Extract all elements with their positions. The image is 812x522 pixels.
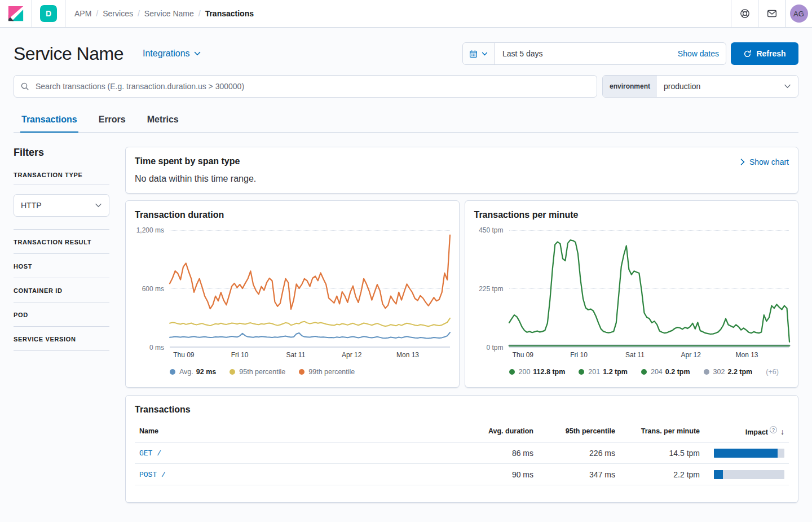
kibana-logo[interactable] bbox=[0, 0, 32, 27]
facet-label: SERVICE VERSION bbox=[14, 336, 76, 343]
page-title: Service Name bbox=[14, 43, 123, 64]
tab-errors[interactable]: Errors bbox=[98, 109, 127, 133]
refresh-icon bbox=[743, 50, 752, 58]
legend-value: 0.2 tpm bbox=[665, 368, 690, 376]
column-header-impact[interactable]: Impact?↓ bbox=[704, 420, 789, 442]
filters-title: Filters bbox=[14, 147, 109, 159]
legend-label: 302 bbox=[713, 368, 725, 376]
legend-label: 95th percentile bbox=[239, 368, 285, 376]
series-Avg. bbox=[170, 332, 450, 339]
refresh-button[interactable]: Refresh bbox=[731, 42, 798, 65]
transactions-table-panel: Transactions Name Avg. duration 95th per… bbox=[125, 395, 798, 503]
chart-legend: 200112.8 tpm2011.2 tpm2040.2 tpm3022.2 t… bbox=[509, 368, 789, 376]
legend-item-302[interactable]: 3022.2 tpm bbox=[704, 368, 753, 376]
span-panel-message: No data within this time range. bbox=[135, 174, 256, 184]
help-button[interactable] bbox=[731, 0, 758, 27]
date-picker: Last 5 days Show dates bbox=[462, 42, 726, 65]
breadcrumb-service-name[interactable]: Service Name bbox=[144, 9, 194, 18]
series-99th percentile bbox=[170, 235, 450, 309]
column-header-avg-duration[interactable]: Avg. duration bbox=[465, 420, 538, 442]
impact-bar bbox=[714, 449, 784, 458]
impact-label: Impact bbox=[745, 428, 768, 436]
tab-metrics[interactable]: Metrics bbox=[146, 109, 180, 133]
integrations-label: Integrations bbox=[143, 49, 190, 59]
user-menu[interactable]: AG bbox=[785, 0, 812, 27]
breadcrumb-separator: / bbox=[198, 9, 201, 18]
cell-avg-duration: 90 ms bbox=[465, 464, 538, 485]
span-panel-title: Time spent by span type bbox=[135, 156, 256, 166]
space-badge[interactable]: D bbox=[40, 5, 57, 22]
chart-title: Transaction duration bbox=[135, 210, 450, 220]
legend-dot bbox=[641, 369, 647, 375]
show-chart-button[interactable]: Show chart bbox=[740, 157, 789, 166]
x-tick: Fri 10 bbox=[570, 351, 588, 359]
legend-item-200[interactable]: 200112.8 tpm bbox=[509, 368, 566, 376]
column-header-95th-percentile[interactable]: 95th percentile bbox=[538, 420, 620, 442]
y-tick: 1,200 ms bbox=[136, 226, 164, 234]
legend-value: 1.2 tpm bbox=[603, 368, 628, 376]
cell-trans-per-minute: 2.2 tpm bbox=[620, 464, 704, 485]
legend-dot bbox=[579, 369, 584, 375]
legend-item-201[interactable]: 2011.2 tpm bbox=[579, 368, 628, 376]
legend-label: 200 bbox=[519, 368, 531, 376]
x-tick: Sat 11 bbox=[625, 351, 645, 359]
facet-label: TRANSACTION RESULT bbox=[14, 239, 91, 245]
cell-95th-percentile: 347 ms bbox=[538, 464, 620, 485]
chevron-right-icon bbox=[740, 159, 745, 165]
integrations-dropdown[interactable]: Integrations bbox=[143, 49, 201, 59]
breadcrumb-apm[interactable]: APM bbox=[74, 9, 91, 18]
time-range-value[interactable]: Last 5 days bbox=[495, 49, 671, 58]
y-tick: 450 tpm bbox=[479, 226, 503, 234]
transaction-type-select[interactable]: HTTP bbox=[14, 194, 109, 217]
table-row: POST / 90 ms 347 ms 2.2 tpm bbox=[135, 464, 789, 485]
mail-icon bbox=[767, 8, 777, 19]
tab-transactions[interactable]: Transactions bbox=[20, 109, 78, 133]
refresh-label: Refresh bbox=[756, 49, 785, 58]
facet-label: HOST bbox=[14, 263, 32, 270]
chevron-down-icon bbox=[482, 52, 488, 56]
legend-dot bbox=[230, 369, 235, 375]
series-200 bbox=[509, 240, 789, 341]
column-header-name[interactable]: Name bbox=[135, 420, 465, 442]
environment-select[interactable]: environment production bbox=[602, 75, 798, 98]
cell-95th-percentile: 226 ms bbox=[538, 442, 620, 464]
x-tick: Apr 12 bbox=[342, 351, 361, 359]
legend-item-204[interactable]: 2040.2 tpm bbox=[641, 368, 690, 376]
legend-item-Avg.[interactable]: Avg.92 ms bbox=[170, 368, 216, 376]
legend-dot bbox=[704, 369, 709, 375]
transaction-link-post[interactable]: POST / bbox=[139, 471, 166, 479]
series-95th percentile bbox=[170, 318, 450, 326]
breadcrumb-services[interactable]: Services bbox=[103, 9, 133, 18]
search-input[interactable] bbox=[14, 75, 597, 98]
transactions-per-minute-chart[interactable] bbox=[509, 230, 789, 348]
x-axis: Thu 09Fri 10Sat 11Apr 12Mon 13 bbox=[170, 351, 450, 361]
facet-label: CONTAINER ID bbox=[14, 287, 63, 294]
chevron-down-icon bbox=[784, 76, 798, 97]
newsfeed-button[interactable] bbox=[758, 0, 785, 27]
legend-overflow[interactable]: (+6) bbox=[766, 368, 779, 376]
breadcrumb-separator: / bbox=[96, 9, 98, 18]
calendar-icon bbox=[469, 50, 478, 58]
x-tick: Fri 10 bbox=[231, 351, 249, 359]
table-row: GET / 86 ms 226 ms 14.5 tpm bbox=[135, 442, 789, 464]
top-nav: D APM / Services / Service Name / Transa… bbox=[0, 0, 812, 28]
facet-label: POD bbox=[14, 312, 28, 318]
quick-select-button[interactable] bbox=[463, 43, 495, 64]
transaction-link-get[interactable]: GET / bbox=[139, 449, 161, 458]
legend-item-95th percentile[interactable]: 95th percentile bbox=[230, 368, 285, 376]
filters-sidebar: Filters TRANSACTION TYPE HTTP TRANSACTIO… bbox=[14, 147, 109, 503]
show-dates-button[interactable]: Show dates bbox=[671, 49, 726, 58]
legend-item-99th percentile[interactable]: 99th percentile bbox=[299, 368, 355, 376]
chart-title: Transactions per minute bbox=[474, 210, 789, 220]
x-tick: Apr 12 bbox=[681, 351, 701, 359]
help-icon bbox=[740, 8, 750, 19]
legend-dot bbox=[299, 369, 304, 375]
y-axis: 450 tpm 225 tpm 0 tpm bbox=[474, 230, 509, 348]
x-tick: Mon 13 bbox=[396, 351, 419, 359]
environment-value: production bbox=[657, 76, 784, 97]
column-header-trans-per-minute[interactable]: Trans. per minute bbox=[620, 420, 704, 442]
help-tooltip-icon[interactable]: ? bbox=[770, 426, 777, 433]
impact-bar-fill bbox=[714, 449, 778, 458]
transaction-duration-chart[interactable] bbox=[170, 230, 450, 348]
avatar: AG bbox=[790, 5, 808, 23]
